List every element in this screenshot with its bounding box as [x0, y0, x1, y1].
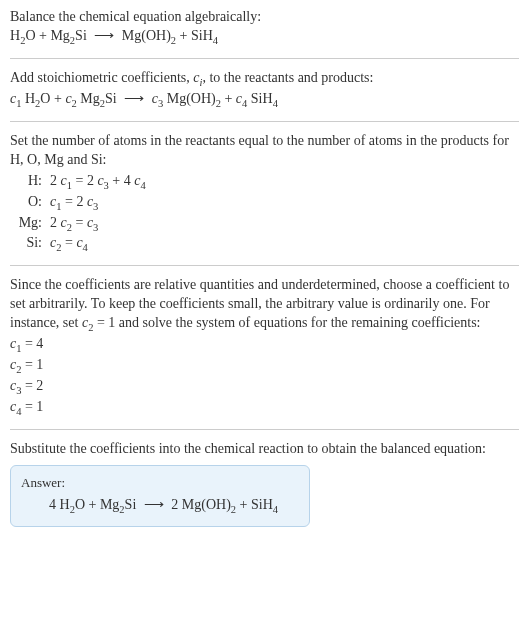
answer-box: Answer: 4 H2O + Mg2Si ⟶ 2 Mg(OH)2 + SiH4	[10, 465, 310, 528]
element-label: Mg:	[10, 214, 46, 235]
element-label: Si:	[10, 234, 46, 255]
list-item: c3 = 2	[10, 377, 519, 398]
product-sih4: SiH4	[191, 28, 218, 43]
problem-statement: Balance the chemical equation algebraica…	[10, 8, 519, 27]
section-add-coefficients: Add stoichiometric coefficients, ci, to …	[10, 69, 519, 122]
list-item: c4 = 1	[10, 398, 519, 419]
answer-label: Answer:	[21, 474, 299, 492]
balance-equation: c2 = c4	[46, 234, 150, 255]
table-row: Mg: 2 c2 = c3	[10, 214, 150, 235]
list-item: c2 = 1	[10, 356, 519, 377]
element-label: H:	[10, 172, 46, 193]
equation-unbalanced: H2O + Mg2Si ⟶ Mg(OH)2 + SiH4	[10, 27, 519, 48]
table-row: Si: c2 = c4	[10, 234, 150, 255]
equation-with-coeffs: c1 H2O + c2 Mg2Si ⟶ c3 Mg(OH)2 + c4 SiH4	[10, 90, 519, 111]
instruction-add-coeffs: Add stoichiometric coefficients, ci, to …	[10, 69, 519, 90]
list-item: c1 = 4	[10, 335, 519, 356]
reactant-mg2si: Mg2Si	[50, 28, 86, 43]
product-mgoh2: Mg(OH)2	[122, 28, 176, 43]
atom-equations-table: H: 2 c1 = 2 c3 + 4 c4 O: c1 = 2 c3 Mg: 2…	[10, 172, 150, 256]
section-solve: Since the coefficients are relative quan…	[10, 276, 519, 430]
section-atom-balance: Set the number of atoms in the reactants…	[10, 132, 519, 267]
instruction-substitute: Substitute the coefficients into the che…	[10, 440, 519, 459]
reactant-h2o: H2O	[10, 28, 36, 43]
table-row: O: c1 = 2 c3	[10, 193, 150, 214]
section-problem: Balance the chemical equation algebraica…	[10, 8, 519, 59]
balanced-equation: 4 H2O + Mg2Si ⟶ 2 Mg(OH)2 + SiH4	[21, 496, 299, 517]
arrow-icon: ⟶	[120, 90, 148, 109]
section-answer: Substitute the coefficients into the che…	[10, 440, 519, 527]
balance-equation: 2 c2 = c3	[46, 214, 150, 235]
element-label: O:	[10, 193, 46, 214]
balance-equation: 2 c1 = 2 c3 + 4 c4	[46, 172, 150, 193]
instruction-atom-balance: Set the number of atoms in the reactants…	[10, 132, 519, 170]
balance-equation: c1 = 2 c3	[46, 193, 150, 214]
table-row: H: 2 c1 = 2 c3 + 4 c4	[10, 172, 150, 193]
instruction-solve: Since the coefficients are relative quan…	[10, 276, 519, 335]
arrow-icon: ⟶	[140, 496, 168, 515]
arrow-icon: ⟶	[90, 27, 118, 46]
coefficient-solutions: c1 = 4 c2 = 1 c3 = 2 c4 = 1	[10, 335, 519, 419]
